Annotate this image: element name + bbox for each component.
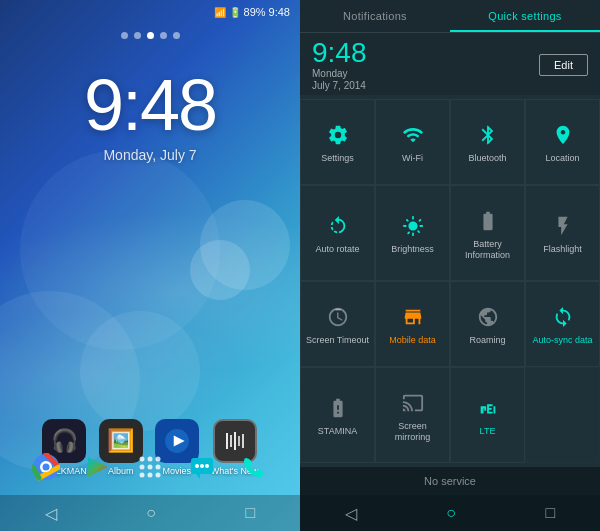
flashlight-label: Flashlight — [543, 244, 582, 255]
autosync-icon — [552, 303, 574, 331]
qs-brightness[interactable]: Brightness — [375, 185, 450, 281]
qs-wifi[interactable]: Wi-Fi — [375, 99, 450, 185]
qs-autosync[interactable]: Auto-sync data — [525, 281, 600, 367]
qs-header: 9:48 Monday July 7, 2014 Edit — [300, 33, 600, 95]
status-bar: 📶 🔋 89% 9:48 — [0, 0, 300, 24]
dot-1 — [121, 32, 128, 39]
qs-roaming[interactable]: Roaming — [450, 281, 525, 367]
mobiledata-icon — [402, 303, 424, 331]
wifi-label: Wi-Fi — [402, 153, 423, 164]
qs-time-block: 9:48 Monday July 7, 2014 — [312, 39, 367, 91]
stamina-icon — [327, 394, 349, 422]
rotate-icon — [327, 212, 349, 240]
tab-notifications[interactable]: Notifications — [300, 0, 450, 32]
battery-icon: 🔋 — [229, 7, 241, 18]
back-button[interactable]: ◁ — [45, 504, 57, 523]
edit-button[interactable]: Edit — [539, 54, 588, 76]
dot-5 — [173, 32, 180, 39]
lock-screen-date: Monday, July 7 — [0, 141, 300, 163]
page-dots — [0, 24, 300, 39]
qs-grid: Settings Wi-Fi Bluetooth — [300, 95, 600, 467]
roaming-icon — [477, 303, 499, 331]
qs-battery[interactable]: Battery Information — [450, 185, 525, 281]
qs-screenmirror[interactable]: Screen mirroring — [375, 367, 450, 463]
recents-button[interactable]: □ — [246, 504, 256, 522]
qs-settings[interactable]: Settings — [300, 99, 375, 185]
qs-date-line2: July 7, 2014 — [312, 80, 367, 91]
screenmirror-label: Screen mirroring — [380, 421, 445, 443]
stamina-label: STAMINA — [318, 426, 357, 437]
roaming-label: Roaming — [469, 335, 505, 346]
home-button-right[interactable]: ○ — [446, 504, 456, 522]
svg-point-20 — [148, 473, 153, 478]
flashlight-icon — [552, 212, 574, 240]
lte-label: LTE — [480, 426, 496, 437]
dock-play[interactable] — [80, 449, 116, 485]
dock-chrome[interactable] — [28, 449, 64, 485]
location-label: Location — [545, 153, 579, 164]
qs-lte[interactable]: LTE — [450, 367, 525, 463]
back-button-right[interactable]: ◁ — [345, 504, 357, 523]
svg-point-16 — [140, 465, 145, 470]
svg-point-17 — [148, 465, 153, 470]
svg-point-11 — [43, 464, 50, 471]
dot-3 — [147, 32, 154, 39]
brightness-label: Brightness — [391, 244, 434, 255]
lock-screen-time: 9:48 — [0, 39, 300, 141]
qs-stamina[interactable]: STAMINA — [300, 367, 375, 463]
svg-point-13 — [140, 457, 145, 462]
svg-point-15 — [156, 457, 161, 462]
recents-button-right[interactable]: □ — [546, 504, 556, 522]
dock-apps[interactable] — [132, 449, 168, 485]
bluetooth-label: Bluetooth — [468, 153, 506, 164]
dock-phone[interactable] — [236, 449, 272, 485]
svg-point-24 — [200, 464, 204, 468]
brightness-icon — [402, 212, 424, 240]
qs-flashlight[interactable]: Flashlight — [525, 185, 600, 281]
lock-screen: 📶 🔋 89% 9:48 9:48 Monday, July 7 🎧 WALKM… — [0, 0, 300, 531]
svg-point-25 — [205, 464, 209, 468]
wifi-icon — [402, 121, 424, 149]
screenmirror-icon — [402, 389, 424, 417]
home-button[interactable]: ○ — [146, 504, 156, 522]
battery-percent: 89% — [244, 6, 266, 18]
nav-bar-right: ◁ ○ □ — [300, 495, 600, 531]
tab-quick-settings[interactable]: Quick settings — [450, 0, 600, 32]
dot-4 — [160, 32, 167, 39]
settings-label: Settings — [321, 153, 354, 164]
qs-empty — [525, 367, 600, 463]
quick-settings-panel: Notifications Quick settings 9:48 Monday… — [300, 0, 600, 531]
nav-bar-left: ◁ ○ □ — [0, 495, 300, 531]
panel-tabs: Notifications Quick settings — [300, 0, 600, 33]
settings-icon — [327, 121, 349, 149]
lte-icon — [477, 394, 499, 422]
battery-info-icon — [477, 207, 499, 235]
qs-autorotate[interactable]: Auto rotate — [300, 185, 375, 281]
status-icons: 📶 🔋 89% 9:48 — [214, 6, 290, 18]
qs-mobiledata[interactable]: Mobile data — [375, 281, 450, 367]
svg-point-14 — [148, 457, 153, 462]
dot-2 — [134, 32, 141, 39]
qs-time: 9:48 — [312, 39, 367, 67]
no-service-banner: No service — [300, 467, 600, 495]
svg-point-21 — [156, 473, 161, 478]
clock-time: 9:48 — [269, 6, 290, 18]
mobiledata-label: Mobile data — [389, 335, 436, 346]
timeout-label: Screen Timeout — [306, 335, 369, 346]
dock-messenger[interactable] — [184, 449, 220, 485]
location-icon — [552, 121, 574, 149]
qs-screentimeout[interactable]: Screen Timeout — [300, 281, 375, 367]
qs-bluetooth[interactable]: Bluetooth — [450, 99, 525, 185]
qs-date-line1: Monday — [312, 68, 367, 79]
svg-point-18 — [156, 465, 161, 470]
svg-point-19 — [140, 473, 145, 478]
bluetooth-icon — [477, 121, 499, 149]
battery-info-label: Battery Information — [455, 239, 520, 261]
qs-location[interactable]: Location — [525, 99, 600, 185]
timeout-icon — [327, 303, 349, 331]
svg-rect-27 — [335, 309, 341, 311]
signal-icon: 📶 — [214, 7, 226, 18]
svg-marker-26 — [196, 474, 200, 479]
svg-point-23 — [195, 464, 199, 468]
svg-marker-12 — [88, 457, 108, 477]
